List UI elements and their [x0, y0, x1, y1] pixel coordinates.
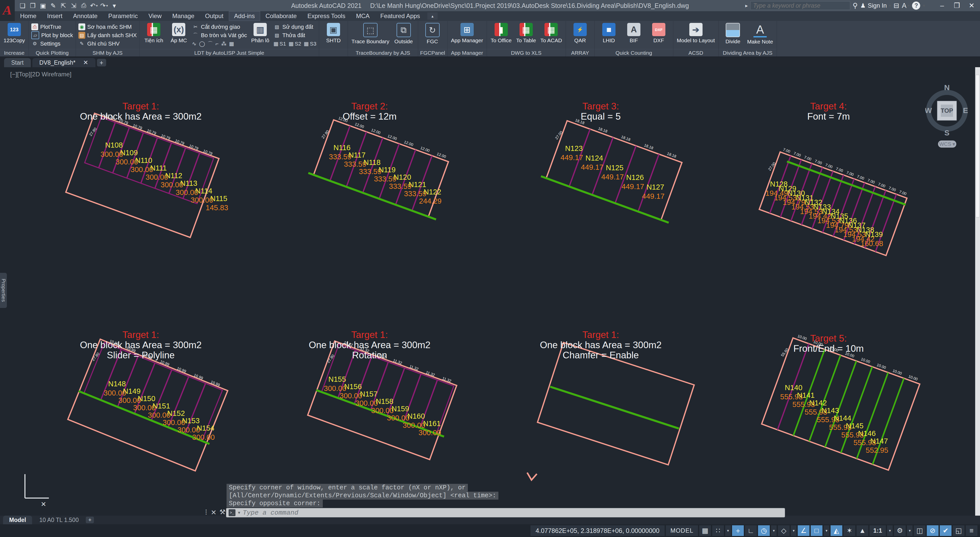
- object-snap-tracking-icon[interactable]: ∠: [798, 525, 810, 536]
- dropdown-icon[interactable]: ▾: [96, 3, 98, 8]
- autodesk-a-icon[interactable]: A▾: [902, 2, 910, 10]
- close-tab-icon[interactable]: ✕: [83, 59, 88, 66]
- ghi-chu-shv-button[interactable]: ✎Ghi chú SHV: [78, 40, 137, 48]
- corner-icon[interactable]: ⌐: [215, 41, 218, 47]
- ortho-icon[interactable]: ∟: [745, 525, 757, 536]
- properties-panel-tab[interactable]: Properties: [0, 273, 7, 308]
- ribbon-tab-output[interactable]: Output: [200, 11, 229, 21]
- viewport-controls[interactable]: [−][Top][2D Wireframe]: [10, 71, 72, 78]
- command-close-icon[interactable]: ✕: [211, 508, 216, 516]
- new-layout-button[interactable]: +: [86, 516, 94, 523]
- table-icon[interactable]: ▦: [229, 41, 234, 47]
- ribbon-tab-featured-apps[interactable]: Featured Apps: [375, 11, 425, 21]
- plottrue-button[interactable]: ⎙PlotTrue: [31, 23, 73, 31]
- sign-in-button[interactable]: ♟Sign In▾: [860, 2, 891, 9]
- tab-active-document[interactable]: DV8_English* ✕: [32, 58, 95, 67]
- divide-button[interactable]: Divide: [721, 22, 745, 45]
- app-manager-button[interactable]: ⊞App Manager: [450, 22, 484, 44]
- polar-tracking-dropdown-icon[interactable]: ▾: [771, 525, 776, 536]
- polar-tracking-icon[interactable]: ◷: [758, 525, 770, 536]
- model-space-badge[interactable]: MODEL: [666, 525, 698, 536]
- search-icon[interactable]: ⚲: [853, 2, 858, 10]
- points-icon[interactable]: ⁂: [221, 41, 226, 47]
- save-to-mobile-icon[interactable]: ⇲: [69, 1, 78, 10]
- phan-lo-button[interactable]: ▥Phân lô: [248, 22, 272, 44]
- command-tools-icon[interactable]: ⚒: [220, 508, 226, 516]
- graphics-performance-icon[interactable]: ✔: [940, 525, 951, 536]
- s1-button[interactable]: ▦S1: [274, 41, 286, 47]
- ribbon-tab-manage[interactable]: Manage: [167, 11, 200, 21]
- settings-button[interactable]: ⚙Settings: [31, 40, 73, 48]
- save-icon[interactable]: ▣: [39, 1, 47, 10]
- workspace-gear-dropdown-icon[interactable]: ▾: [907, 525, 913, 536]
- autoscale-icon[interactable]: ✶: [843, 525, 855, 536]
- workspace-gear-icon[interactable]: ⚙: [894, 525, 906, 536]
- qat-menu-icon[interactable]: ▾: [110, 1, 119, 10]
- annotation-scale-value-dropdown-icon[interactable]: ▾: [887, 525, 893, 536]
- annotation-visibility-icon[interactable]: ◭: [830, 525, 842, 536]
- model-to-layout-button[interactable]: ➔Model to Layout: [676, 22, 716, 44]
- tab-model[interactable]: Model: [3, 516, 32, 524]
- open-from-mobile-icon[interactable]: ⇱: [59, 1, 68, 10]
- ribbon-tab-express-tools[interactable]: Express Tools: [302, 11, 351, 21]
- to-office-button[interactable]: ▮To Office: [490, 22, 513, 44]
- ribbon-tab-mca[interactable]: MCA: [351, 11, 375, 21]
- ribbon-tab-home[interactable]: Home: [15, 11, 42, 21]
- annotation-scale-flag-icon[interactable]: ▲: [856, 525, 868, 536]
- object-snap-icon[interactable]: □: [811, 525, 822, 536]
- make-note-button[interactable]: AMake Note: [746, 22, 774, 45]
- tab-layout1[interactable]: 10 A0 TL 1.500: [33, 516, 85, 524]
- snap-dropdown-icon[interactable]: ▾: [725, 525, 731, 536]
- to-table-button[interactable]: ▦To Table: [514, 22, 538, 44]
- new-icon[interactable]: ❏: [18, 1, 27, 10]
- vertical-scrollbar[interactable]: [975, 67, 980, 516]
- trace-boundary-button[interactable]: ⬚Trace Boundary: [350, 22, 390, 45]
- lay-danh-sach-shx-button[interactable]: ▤Lấy danh sách SHX: [78, 31, 137, 39]
- help-dropdown-icon[interactable]: ▾: [923, 3, 925, 8]
- undo-icon[interactable]: ↶▾: [90, 1, 98, 10]
- ribbon-tab-annotate[interactable]: Annotate: [68, 11, 103, 21]
- lhid-button[interactable]: ▦LHID: [597, 22, 620, 44]
- so-hoa-moc-shm-button[interactable]: ◉Sơ họa mốc SHM: [78, 23, 137, 31]
- dxf-button[interactable]: DXFDXF: [647, 22, 670, 44]
- wcs-selector[interactable]: WCS ▾: [938, 140, 956, 148]
- snap-icon[interactable]: ∷: [712, 525, 724, 536]
- cat-duong-giao-button[interactable]: ✂Cắt đường giao: [192, 23, 247, 31]
- object-snap-dropdown-icon[interactable]: ▾: [824, 525, 829, 536]
- su-dung-dat-button[interactable]: ▨Sử dụng đất: [274, 23, 317, 31]
- spline-icon[interactable]: ∿: [192, 41, 197, 47]
- 123copy-button[interactable]: 123123Copy: [3, 22, 26, 44]
- outside-button[interactable]: ⧉Outside: [392, 22, 415, 45]
- search-expander-icon[interactable]: ▸: [745, 3, 748, 9]
- coordinates-display[interactable]: 4.077862E+05, 2.318978E+06, 0.00000000: [530, 525, 665, 536]
- ribbon-tab-parametric[interactable]: Parametric: [103, 11, 143, 21]
- circle-icon[interactable]: ◯: [199, 41, 205, 47]
- app-store-cart-icon[interactable]: ⊟: [894, 2, 899, 10]
- save-as-icon[interactable]: ✎: [49, 1, 57, 10]
- bif-button[interactable]: ABIF: [622, 22, 646, 44]
- customize-icon[interactable]: ≡: [966, 525, 977, 536]
- close-button[interactable]: ✕: [964, 0, 979, 11]
- ribbon-tab-collaborate[interactable]: Collaborate: [260, 11, 302, 21]
- redo-icon[interactable]: ↷▾: [100, 1, 108, 10]
- open-icon[interactable]: ❐: [29, 1, 37, 10]
- ribbon-tab-add-ins[interactable]: Add-ins: [229, 11, 260, 21]
- s3-button[interactable]: ▦S3: [304, 41, 317, 47]
- command-input-bar[interactable]: >_ ▾ Type a command: [226, 508, 785, 517]
- shtd-button[interactable]: ▣SHTD: [322, 22, 345, 44]
- ribbon-tab-view[interactable]: View: [143, 11, 167, 21]
- bo-tron-va-vat-goc-button[interactable]: ⌒Bo tròn và Vát góc: [192, 31, 247, 39]
- ribbon-tab-insert[interactable]: Insert: [42, 11, 68, 21]
- help-icon[interactable]: ?: [912, 2, 920, 10]
- to-acad-button[interactable]: ▦To ACAD: [539, 22, 563, 44]
- viewcube[interactable]: NESWTOPWCS ▾: [925, 79, 970, 153]
- ap-mc-button[interactable]: (x)Áp MC: [167, 22, 190, 44]
- minimize-button[interactable]: –: [935, 0, 950, 11]
- command-drag-handle[interactable]: ⁞: [205, 508, 207, 516]
- tien-ich-button[interactable]: ▦Tiện ích: [142, 22, 165, 44]
- dynamic-input-icon[interactable]: ＋: [732, 525, 744, 536]
- recent-commands-dropdown-icon[interactable]: ▾: [238, 510, 240, 515]
- plot-by-block-button[interactable]: ▱Plot by block: [31, 31, 73, 39]
- new-tab-button[interactable]: +: [97, 59, 106, 67]
- grid-icon[interactable]: ▦: [699, 525, 711, 536]
